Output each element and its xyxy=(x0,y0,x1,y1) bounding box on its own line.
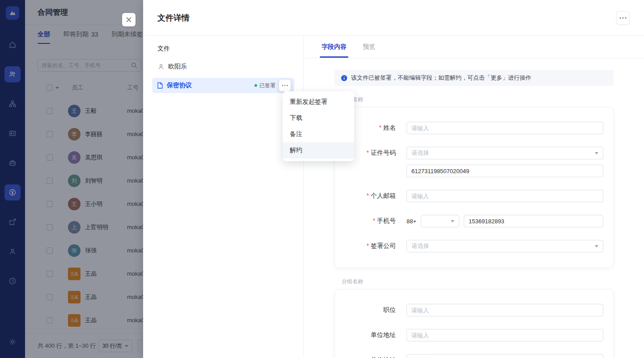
field-label: 签署公司 xyxy=(335,242,396,250)
drawer-title: 文件详情 xyxy=(157,13,190,23)
field-group-card: 姓名 证件号码 请选择 xyxy=(335,107,614,268)
file-actions-menu: 重新发起签署 下载 备注 解约 xyxy=(283,91,354,161)
field-row-company-address-2: 单位地址 xyxy=(335,354,603,358)
field-label: 手机号 xyxy=(335,217,396,225)
signed-info-alert: 该文件已被签署，不能编辑字段；如需解约，可点击「更多」进行操作 xyxy=(335,70,614,86)
phone-code: 88+ xyxy=(407,218,416,225)
field-label: 职位 xyxy=(335,306,396,314)
company-address-input-2[interactable] xyxy=(407,354,603,358)
fields-scroll-area: 该文件已被签署，不能编辑字段；如需解约，可点击「更多」进行操作 分组名称 姓名 … xyxy=(304,58,644,358)
field-row-company: 签署公司 请选择 xyxy=(335,240,603,252)
name-input[interactable] xyxy=(407,122,603,134)
person-row: 欧阳乐 xyxy=(157,63,294,71)
more-dots-icon xyxy=(282,85,288,86)
email-input[interactable] xyxy=(407,190,603,202)
status-text: 已签署 xyxy=(259,82,275,90)
cert-number-input[interactable] xyxy=(407,165,603,177)
company-address-input[interactable] xyxy=(407,329,603,341)
file-item-selected[interactable]: 保密协议 已签署 xyxy=(152,78,294,93)
field-row-phone: 手机号 88+ xyxy=(335,215,603,227)
file-name: 保密协议 xyxy=(167,81,192,90)
group-title: 分组名称 xyxy=(342,278,614,286)
file-detail-drawer: 文件详情 文件 欧阳乐 保密协议 已签署 xyxy=(143,0,644,358)
field-group-card: 职位 单位地址 单位地址 xyxy=(335,289,614,358)
detail-tabs: 字段内容 预览 xyxy=(304,36,644,58)
chevron-down-icon xyxy=(595,245,598,247)
drawer-header: 文件详情 xyxy=(143,0,644,36)
field-label: 单位地址 xyxy=(335,356,396,358)
menu-item-download[interactable]: 下载 xyxy=(283,110,354,126)
country-code-select[interactable] xyxy=(421,215,459,227)
menu-item-resign[interactable]: 重新发起签署 xyxy=(283,94,354,110)
file-more-button[interactable] xyxy=(279,80,291,91)
chevron-down-icon xyxy=(595,152,598,154)
field-label: 个人邮箱 xyxy=(335,192,396,200)
info-icon xyxy=(341,75,347,81)
status-dot-icon xyxy=(254,84,257,87)
tab-field-content[interactable]: 字段内容 xyxy=(322,36,347,58)
file-status: 已签署 xyxy=(254,82,275,90)
field-label: 单位地址 xyxy=(335,331,396,339)
person-name: 欧阳乐 xyxy=(168,63,187,71)
close-icon xyxy=(126,17,131,22)
field-row-cert-type: 证件号码 请选择 xyxy=(335,147,603,159)
field-row-email: 个人邮箱 xyxy=(335,190,603,202)
group-title: 分组名称 xyxy=(342,96,614,103)
menu-item-remark[interactable]: 备注 xyxy=(283,126,354,142)
field-row-name: 姓名 xyxy=(335,122,603,134)
file-list-panel: 文件 欧阳乐 保密协议 已签署 xyxy=(143,36,304,358)
menu-item-terminate[interactable]: 解约 xyxy=(283,142,354,158)
tab-preview[interactable]: 预览 xyxy=(363,36,375,58)
alert-text: 该文件已被签署，不能编辑字段；如需解约，可点击「更多」进行操作 xyxy=(351,74,531,82)
more-button[interactable] xyxy=(616,11,630,25)
field-row-position: 职位 xyxy=(335,304,603,316)
fields-panel: 字段内容 预览 该文件已被签署，不能编辑字段；如需解约，可点击「更多」进行操作 … xyxy=(304,36,644,358)
position-input[interactable] xyxy=(407,304,603,316)
field-row-cert-number xyxy=(335,165,603,177)
field-row-company-address: 单位地址 xyxy=(335,329,603,341)
person-icon xyxy=(157,63,165,70)
cert-type-select[interactable]: 请选择 xyxy=(407,147,603,159)
close-drawer-button[interactable] xyxy=(122,13,136,26)
chevron-down-icon xyxy=(451,220,454,222)
file-section-label: 文件 xyxy=(157,45,294,53)
phone-input[interactable] xyxy=(464,215,603,227)
more-dots-icon xyxy=(619,17,627,19)
signing-company-select[interactable]: 请选择 xyxy=(407,240,603,252)
document-icon xyxy=(157,82,163,89)
